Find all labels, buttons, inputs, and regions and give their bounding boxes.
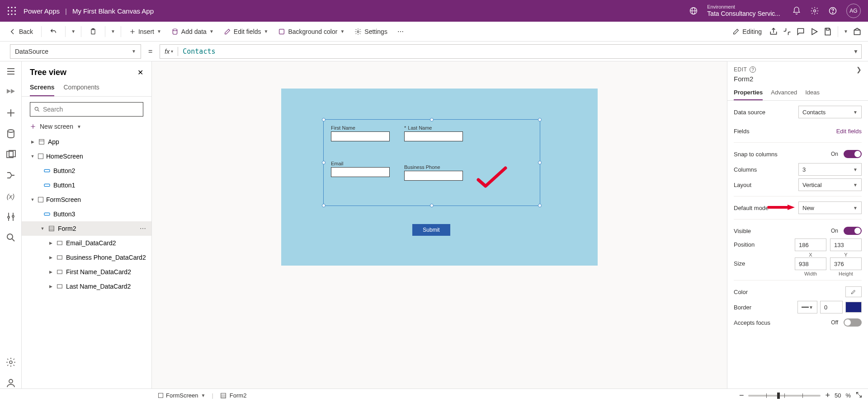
fit-screen-icon[interactable]: [855, 391, 863, 400]
settings-button[interactable]: Settings: [352, 26, 390, 37]
more-button[interactable]: ⋯: [395, 26, 406, 37]
tab-properties[interactable]: Properties: [734, 86, 763, 100]
formula-input[interactable]: fx▾ Contacts ▼: [160, 44, 862, 59]
position-x-input[interactable]: 186: [795, 238, 826, 251]
background-color-button[interactable]: Background color ▼: [275, 26, 347, 37]
new-screen-button[interactable]: New screen ▼: [22, 120, 151, 135]
zoom-out-button[interactable]: −: [739, 391, 744, 400]
resize-handle[interactable]: [430, 118, 434, 122]
tools-icon[interactable]: [5, 211, 16, 222]
search-rail-icon[interactable]: [5, 232, 16, 243]
editing-mode-button[interactable]: Editing: [730, 26, 764, 37]
flows-icon[interactable]: [5, 170, 16, 181]
tree-item-button3[interactable]: Button3: [22, 207, 151, 221]
close-icon[interactable]: ✕: [137, 68, 143, 77]
media-icon[interactable]: [5, 149, 16, 160]
gear-icon[interactable]: [810, 6, 819, 15]
tree-item-email-datacard[interactable]: ▶ Email_DataCard2: [22, 236, 151, 250]
color-picker[interactable]: [845, 286, 862, 297]
data-source-dropdown[interactable]: Contacts▼: [798, 106, 862, 118]
snap-toggle[interactable]: [844, 150, 862, 158]
paste-button[interactable]: [87, 26, 99, 37]
tab-ideas[interactable]: Ideas: [805, 86, 820, 100]
tree-view-icon[interactable]: [5, 87, 16, 98]
more-icon[interactable]: ⋯: [140, 225, 147, 232]
resize-handle[interactable]: [538, 204, 542, 207]
accepts-focus-toggle[interactable]: [844, 318, 862, 327]
tree-item-button1[interactable]: Button1: [22, 178, 151, 192]
expand-formula-icon[interactable]: ▼: [853, 48, 859, 55]
virtual-agent-icon[interactable]: [5, 378, 16, 388]
settings-rail-icon[interactable]: [5, 357, 16, 368]
add-data-button[interactable]: Add data ▼: [169, 26, 217, 37]
breadcrumb-formscreen[interactable]: FormScreen ▼: [158, 392, 205, 399]
resize-handle[interactable]: [322, 161, 326, 164]
avatar[interactable]: AG: [846, 4, 861, 18]
property-dropdown[interactable]: DataSource ▼: [10, 44, 141, 59]
resize-handle[interactable]: [538, 161, 542, 164]
chevron-down-icon[interactable]: ▼: [844, 29, 848, 34]
tree-item-button2[interactable]: Button2: [22, 164, 151, 178]
comments-icon[interactable]: [796, 27, 805, 36]
notifications-icon[interactable]: [792, 6, 801, 15]
insert-button[interactable]: Insert ▼: [127, 26, 164, 37]
email-input[interactable]: [331, 167, 390, 177]
resize-handle[interactable]: [430, 204, 434, 207]
columns-dropdown[interactable]: 3▼: [798, 163, 862, 176]
last-name-input[interactable]: [404, 131, 463, 141]
play-icon[interactable]: [810, 27, 819, 36]
tab-advanced[interactable]: Advanced: [771, 86, 797, 100]
resize-handle[interactable]: [538, 118, 542, 122]
product-name[interactable]: Power Apps: [24, 7, 60, 15]
tab-components[interactable]: Components: [63, 80, 99, 96]
border-width-input[interactable]: 0: [820, 301, 843, 313]
zoom-slider[interactable]: [748, 395, 821, 397]
info-icon[interactable]: ?: [750, 66, 756, 73]
zoom-in-button[interactable]: +: [825, 391, 830, 400]
tree-item-phone-datacard[interactable]: ▶ Business Phone_DataCard2: [22, 250, 151, 265]
canvas-area[interactable]: First Name *Last Name Email Business Pho…: [152, 61, 727, 388]
waffle-icon[interactable]: [7, 6, 16, 15]
phone-input[interactable]: [404, 171, 463, 181]
collapse-icon[interactable]: ❯: [856, 66, 862, 73]
default-mode-dropdown[interactable]: New▼: [798, 201, 862, 214]
help-icon[interactable]: [828, 6, 837, 15]
tree-item-formscreen[interactable]: ▼ FormScreen: [22, 192, 151, 207]
back-button[interactable]: Back: [6, 26, 36, 37]
border-style-dropdown[interactable]: ▼: [797, 301, 817, 313]
search-input[interactable]: [43, 106, 139, 113]
share-icon[interactable]: [769, 27, 778, 36]
environment-display[interactable]: Environment Tata Consultancy Servic...: [707, 4, 780, 18]
first-name-input[interactable]: [331, 131, 390, 141]
position-y-input[interactable]: 133: [830, 238, 862, 251]
tree-item-firstname-datacard[interactable]: ▶ First Name_DataCard2: [22, 265, 151, 279]
tree-item-lastname-datacard[interactable]: ▶ Last Name_DataCard2: [22, 279, 151, 294]
tree-item-app[interactable]: ▶ App: [22, 135, 151, 149]
submit-button[interactable]: Submit: [412, 224, 450, 236]
size-width-input[interactable]: 938: [795, 257, 826, 270]
resize-handle[interactable]: [322, 204, 326, 207]
layout-dropdown[interactable]: Vertical▼: [798, 178, 862, 191]
tree-item-form2[interactable]: ▼ Form2 ⋯: [22, 221, 151, 236]
tree-search[interactable]: [30, 102, 143, 117]
tab-screens[interactable]: Screens: [30, 80, 54, 96]
data-icon[interactable]: [5, 128, 16, 139]
edit-fields-button[interactable]: Edit fields ▼: [221, 26, 271, 37]
visible-toggle[interactable]: [844, 227, 862, 235]
insert-icon[interactable]: [5, 108, 16, 118]
size-height-input[interactable]: 376: [830, 257, 862, 270]
checker-icon[interactable]: [783, 27, 792, 36]
border-color-picker[interactable]: [845, 302, 862, 313]
tree-item-homescreen[interactable]: ▼ HomeScreen: [22, 149, 151, 164]
resize-handle[interactable]: [322, 118, 326, 122]
undo-button[interactable]: [47, 26, 60, 37]
chevron-down-icon[interactable]: ▼: [111, 29, 115, 34]
form-selection[interactable]: First Name *Last Name Email Business Pho…: [323, 119, 540, 206]
publish-icon[interactable]: [853, 27, 862, 36]
variables-icon[interactable]: (x): [5, 191, 16, 201]
breadcrumb-form2[interactable]: Form2: [220, 392, 247, 399]
chevron-down-icon[interactable]: ▼: [71, 29, 75, 34]
app-canvas[interactable]: First Name *Last Name Email Business Pho…: [281, 89, 598, 266]
hamburger-icon[interactable]: [5, 66, 16, 77]
save-icon[interactable]: [823, 27, 832, 36]
